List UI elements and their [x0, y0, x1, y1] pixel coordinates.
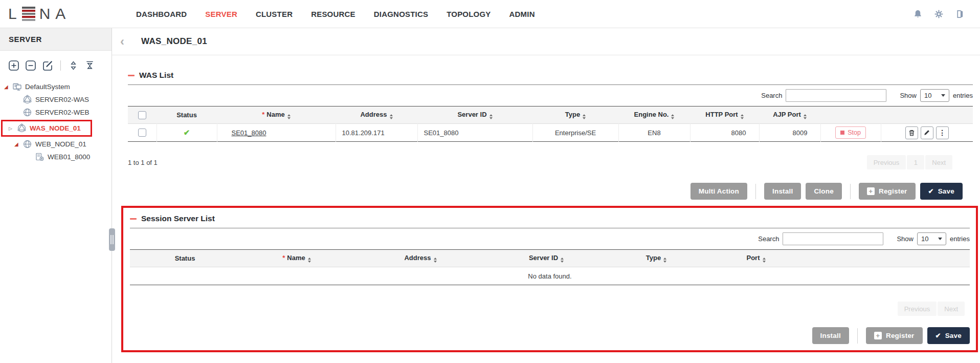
top-bar: L N A DASHBOARD SERVER CLUSTER RESOURCE … [0, 0, 980, 28]
session-page-size-select[interactable]: 10 [917, 232, 946, 245]
edit-node-icon[interactable] [42, 60, 53, 71]
next-page-button[interactable]: Next [938, 302, 965, 316]
col-address[interactable]: Address [336, 106, 417, 124]
was-list-controls: Search Show 10 entries [128, 88, 973, 103]
col-http-port[interactable]: HTTP Port [690, 106, 759, 124]
page-number-button[interactable]: 1 [907, 155, 924, 169]
tree-item-label: SERVER02-WEB [35, 109, 90, 116]
select-all-checkbox[interactable] [138, 111, 146, 119]
was-page-size-select[interactable]: 10 [920, 89, 949, 102]
collapse-sidebar-icon[interactable]: ‹ [112, 28, 132, 55]
tree-item-label: DefaultSystem [25, 83, 70, 91]
expander-open-icon[interactable]: ◢ [4, 84, 12, 90]
page-header: ‹ WAS_NODE_01 [112, 28, 980, 55]
logout-icon[interactable] [955, 9, 965, 19]
button-divider [755, 184, 756, 199]
delete-icon[interactable] [905, 126, 918, 139]
tree-item-label: WAS_NODE_01 [30, 124, 81, 132]
col-ajp-port[interactable]: AJP Port [759, 106, 820, 124]
was-search-input[interactable] [786, 89, 886, 102]
install-button[interactable]: Install [764, 183, 801, 200]
was-node-icon [17, 123, 27, 133]
results-summary: 1 to 1 of 1 [128, 159, 158, 166]
session-save-button[interactable]: ✔ Save [927, 327, 970, 344]
logo-letter-l: L [8, 5, 18, 23]
web-node-icon [23, 108, 32, 117]
tree-item-server02-web[interactable]: SERVER02-WEB [0, 106, 112, 119]
entries-label: entries [953, 92, 973, 99]
section-divider [130, 228, 970, 228]
save-button[interactable]: ✔ Save [920, 183, 963, 200]
tree-item-was-node-01[interactable]: ▷ WAS_NODE_01 [3, 121, 91, 135]
section-dash-icon [130, 218, 137, 220]
expand-all-icon[interactable] [68, 60, 79, 71]
col-name[interactable]: *Name [217, 106, 336, 124]
nav-diagnostics[interactable]: DIAGNOSTICS [374, 10, 428, 18]
tree-item-web-node-01[interactable]: ◢ WEB_NODE_01 [0, 138, 112, 151]
sidebar-title: SERVER [0, 28, 112, 51]
col-type[interactable]: Type [605, 250, 707, 267]
previous-page-button[interactable]: Previous [898, 302, 937, 316]
session-list-table: Status *Name Address Server ID Type Port… [130, 249, 970, 285]
tree-item-server02-was[interactable]: SERVER02-WAS [0, 93, 112, 106]
more-options-icon[interactable]: ⋮ [936, 126, 949, 139]
session-install-button[interactable]: Install [812, 327, 849, 344]
col-server-id[interactable]: Server ID [487, 250, 605, 267]
remove-node-icon[interactable] [25, 60, 36, 71]
ajp-port-cell: 8009 [759, 124, 820, 142]
next-page-button[interactable]: Next [925, 155, 952, 169]
annotation-highlight-session: Session Server List Search Show 10 [121, 206, 978, 352]
search-label: Search [761, 92, 782, 99]
edit-icon[interactable] [921, 126, 933, 139]
nav-topology[interactable]: TOPOLOGY [447, 10, 491, 18]
col-engine-no[interactable]: Engine No. [618, 106, 690, 124]
check-icon: ✔ [928, 187, 934, 195]
session-register-button[interactable]: + Register [866, 327, 923, 344]
nav-admin[interactable]: ADMIN [509, 10, 535, 18]
session-list-section-title: Session Server List [130, 214, 970, 223]
nav-resource[interactable]: RESOURCE [311, 10, 355, 18]
clone-button[interactable]: Clone [806, 183, 842, 200]
expander-closed-icon[interactable]: ▷ [9, 126, 16, 131]
col-address[interactable]: Address [353, 250, 487, 267]
col-type[interactable]: Type [532, 106, 618, 124]
page-size-value: 10 [924, 92, 931, 99]
row-checkbox[interactable] [138, 129, 146, 137]
col-server-id[interactable]: Server ID [417, 106, 532, 124]
was-list-section-title: WAS List [128, 71, 973, 80]
multi-action-button[interactable]: Multi Action [691, 183, 747, 200]
expander-open-icon[interactable]: ◢ [14, 141, 22, 147]
row-actions: ⋮ [905, 126, 949, 139]
server-id-cell: SE01_8080 [417, 124, 532, 142]
nav-server[interactable]: SERVER [205, 10, 237, 18]
lena-logo[interactable]: L N A [8, 5, 116, 23]
nav-cluster[interactable]: CLUSTER [256, 10, 293, 18]
tree-item-web01-8000[interactable]: WEB01_8000 [0, 151, 112, 163]
logo-letter-n: N [39, 5, 52, 23]
web-node-icon [23, 139, 32, 149]
nav-dashboard[interactable]: DASHBOARD [136, 10, 187, 18]
server-tree-panel: SERVER ◢ [0, 28, 112, 363]
plus-icon: + [867, 187, 875, 195]
stop-button[interactable]: Stop [835, 126, 866, 139]
col-port[interactable]: Port [707, 250, 805, 267]
session-search-input[interactable] [783, 232, 883, 245]
collapse-all-icon[interactable] [84, 60, 95, 71]
gear-icon[interactable] [934, 9, 944, 19]
plus-icon: + [874, 332, 882, 339]
previous-page-button[interactable]: Previous [867, 155, 906, 169]
main-nav: DASHBOARD SERVER CLUSTER RESOURCE DIAGNO… [136, 10, 535, 18]
bell-icon[interactable] [913, 9, 923, 19]
col-name[interactable]: *Name [240, 250, 353, 267]
tree-item-defaultsystem[interactable]: ◢ DefaultSystem [0, 80, 112, 93]
system-icon [12, 82, 22, 92]
panel-splitter-handle[interactable] [109, 228, 115, 251]
register-button[interactable]: + Register [859, 183, 916, 200]
stop-square-icon [840, 131, 844, 135]
page-size-value: 10 [921, 235, 928, 243]
server-name-link[interactable]: SE01_8080 [232, 129, 266, 137]
sort-icon [434, 258, 437, 263]
was-list-footer: 1 to 1 of 1 Previous 1 Next [128, 155, 973, 169]
section-divider [128, 84, 973, 85]
add-node-icon[interactable] [8, 60, 19, 71]
